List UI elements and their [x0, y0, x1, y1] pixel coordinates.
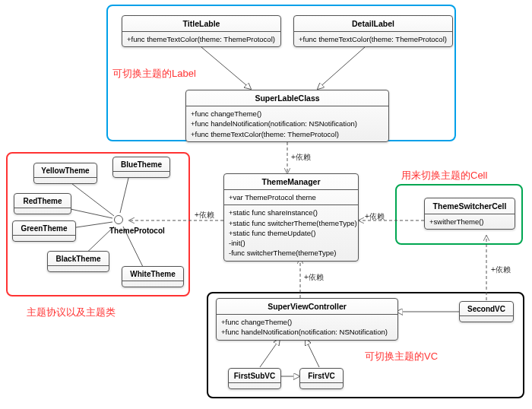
class-GreenTheme: GreenTheme [12, 220, 76, 242]
class-DetailLabel: DetailLabel +func themeTextColor(theme: … [293, 15, 453, 47]
class-title: SecondVC [467, 305, 505, 313]
method: +func themeTextColor(theme: ThemeProtoco… [299, 34, 448, 44]
svg-line-15 [306, 339, 319, 367]
svg-line-14 [260, 339, 280, 367]
class-FirstSubVC: FirstSubVC [228, 368, 281, 389]
interface-lollipop [114, 215, 123, 224]
method: +func changeTheme() [191, 109, 384, 119]
group-cell-title: 用来切换主题的Cell [401, 169, 487, 182]
method: +static func shareInstance() [229, 208, 353, 217]
dep-label-1: +依赖 [291, 152, 311, 163]
class-ThemeSwitcherCell: ThemeSwitcherCell +switherTheme() [424, 198, 515, 230]
class-title: ThemeManager [224, 174, 358, 190]
class-title: BlueTheme [121, 160, 162, 169]
method: +static func switcherTheme(themeType) [229, 218, 353, 228]
group-labels-title: 可切换主题的Label [112, 67, 196, 81]
class-title: TitleLable [122, 16, 280, 32]
method: +switherTheme() [429, 217, 510, 227]
svg-line-1 [318, 47, 365, 89]
class-title: FirstVC [308, 372, 335, 380]
class-TitleLable: TitleLable +func themeTextColor(theme: T… [122, 15, 281, 47]
attr: +var ThemeProtocol theme [229, 192, 353, 202]
dep-label-4: +依赖 [304, 272, 324, 283]
interface-ThemeProtocol: ThemeProtocol [109, 227, 165, 235]
class-YellowTheme: YellowTheme [33, 163, 97, 184]
class-title: YellowTheme [41, 166, 89, 175]
class-title: FirstSubVC [234, 372, 275, 380]
class-SecondVC: SecondVC [459, 301, 514, 322]
group-themes-title: 主题协议以及主题类 [27, 306, 116, 319]
method: +static func themeUpdate() [229, 228, 353, 238]
dep-label-3: +依赖 [365, 211, 385, 222]
class-title: WhiteTheme [130, 270, 175, 278]
method: +func handelNotification(notification: N… [191, 119, 384, 128]
class-BlueTheme: BlueTheme [112, 157, 170, 178]
class-title: BlackTheme [56, 255, 101, 263]
class-title: DetailLabel [294, 16, 452, 32]
class-WhiteTheme: WhiteTheme [122, 266, 184, 287]
class-RedTheme: RedTheme [14, 193, 71, 214]
method: -func switcherTheme(themeType) [229, 248, 353, 258]
group-vc-title: 可切换主题的VC [365, 350, 438, 363]
class-SuperLableClass: SuperLableClass +func changeTheme() +fun… [185, 90, 389, 142]
svg-line-5 [120, 175, 129, 213]
class-ThemeManager: ThemeManager +var ThemeProtocol theme +s… [223, 173, 359, 262]
method: +func handelNotification(notification: N… [221, 327, 393, 337]
class-title: SuperLableClass [186, 90, 388, 106]
svg-line-4 [65, 179, 114, 216]
class-title: RedTheme [23, 197, 62, 205]
method: +func changeTheme() [221, 317, 393, 327]
dep-label-5: +依赖 [491, 265, 511, 275]
svg-line-0 [201, 47, 251, 89]
dep-label-2: +依赖 [195, 210, 214, 220]
class-SuperViewController: SuperViewController +func changeTheme() … [216, 298, 398, 341]
class-BlackTheme: BlackTheme [47, 251, 109, 272]
method: -init() [229, 238, 353, 248]
class-FirstVC: FirstVC [299, 368, 344, 389]
class-title: GreenTheme [21, 224, 67, 233]
class-title: SuperViewController [217, 299, 397, 315]
class-title: ThemeSwitcherCell [425, 198, 515, 214]
method: +func themeTextColor(theme: ThemeProtoco… [127, 34, 276, 44]
method: +func themeTextColor(theme: ThemeProtoco… [191, 129, 384, 139]
